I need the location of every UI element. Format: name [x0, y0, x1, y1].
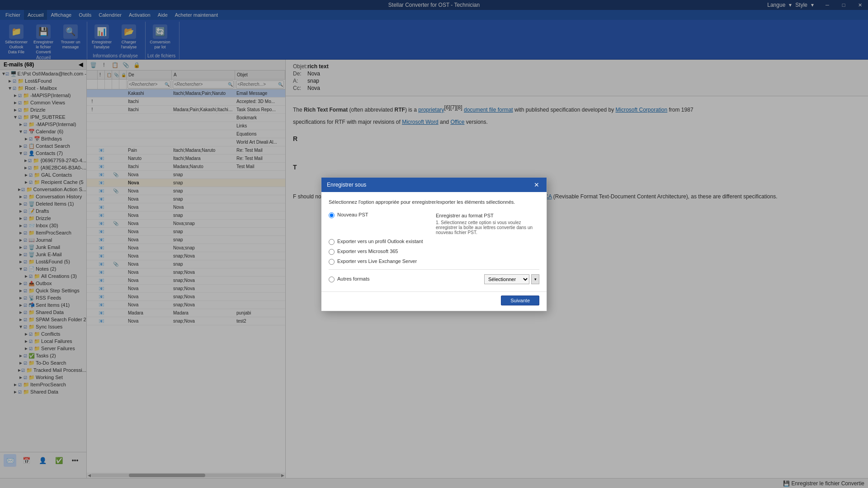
- radio-exporter-live[interactable]: [329, 259, 335, 265]
- exporter-365-label: Exporter vers Microsoft 365: [337, 249, 398, 254]
- radio-nouveau-pst[interactable]: [329, 212, 335, 218]
- modal-option-row-1: Nouveau PST Enregistrer au format PST 1.…: [329, 212, 539, 235]
- modal-option-exporter-365[interactable]: Exporter vers Microsoft 365: [329, 249, 432, 255]
- autres-label: Autres formats: [337, 276, 370, 282]
- select-arrow-icon[interactable]: ▾: [531, 274, 539, 284]
- modal-overlay: Enregistrer sous ✕ Sélectionnez l'option…: [0, 0, 868, 488]
- modal-option-row-5: Autres formats Sélectionner EML MSG PDF …: [329, 274, 539, 284]
- modal-option-row-2: Exporter vers un profil Outlook existant: [329, 239, 539, 245]
- modal-option-exporter-outlook[interactable]: Exporter vers un profil Outlook existant: [329, 239, 432, 245]
- modal-title: Enregistrer sous: [327, 182, 366, 188]
- save-as-dialog: Enregistrer sous ✕ Sélectionnez l'option…: [321, 177, 547, 311]
- modal-option-row-4: Exporter vers Live Exchange Server: [329, 258, 539, 265]
- modal-select-box: Sélectionner EML MSG PDF HTML ▾: [484, 274, 539, 284]
- exporter-live-label: Exporter vers Live Exchange Server: [337, 258, 417, 264]
- modal-divider: [329, 269, 539, 270]
- modal-option-exporter-live[interactable]: Exporter vers Live Exchange Server: [329, 258, 432, 265]
- modal-close-button[interactable]: ✕: [532, 180, 541, 189]
- pst-format-label: Enregistrer au format PST: [436, 212, 539, 218]
- modal-option-autres[interactable]: Autres formats: [329, 276, 370, 282]
- modal-option-right-1: Enregistrer au format PST 1. Sélectionne…: [436, 212, 539, 235]
- modal-footer: Suivante: [321, 291, 547, 311]
- modal-option-row-3: Exporter vers Microsoft 365: [329, 249, 539, 255]
- radio-exporter-outlook[interactable]: [329, 239, 335, 245]
- radio-autres[interactable]: [329, 277, 335, 282]
- nouveau-pst-label: Nouveau PST: [337, 212, 368, 217]
- pst-desc: 1. Sélectionnez cette option si vous vou…: [436, 220, 539, 235]
- modal-titlebar: Enregistrer sous ✕: [321, 178, 547, 192]
- suivante-button[interactable]: Suivante: [501, 296, 539, 305]
- exporter-outlook-label: Exporter vers un profil Outlook existant: [337, 239, 423, 244]
- format-select[interactable]: Sélectionner EML MSG PDF HTML: [484, 274, 529, 284]
- modal-description: Sélectionnez l'option appropriée pour en…: [329, 199, 539, 205]
- modal-body: Sélectionnez l'option appropriée pour en…: [321, 192, 547, 291]
- modal-option-nouveau-pst[interactable]: Nouveau PST: [329, 212, 432, 218]
- radio-exporter-365[interactable]: [329, 249, 335, 255]
